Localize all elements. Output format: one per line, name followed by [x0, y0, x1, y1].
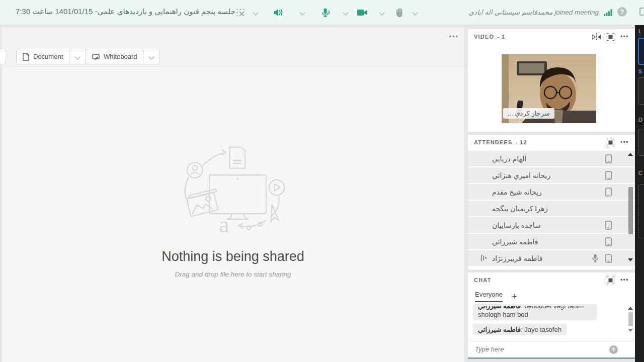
- nothing-shared-title: Nothing is being shared: [2, 249, 464, 264]
- layout-label-collaboration: C: [638, 170, 642, 176]
- chat-message-input[interactable]: [475, 343, 606, 354]
- video-panel-title: VIDEO: [474, 34, 494, 40]
- chat-panel: CHAT ••• Everyone + فاطمه شیرزائي: behbu…: [468, 273, 635, 357]
- whiteboard-button-group: Whiteboard: [86, 49, 160, 64]
- attendees-panel: ATTENDEES - 12 ••• الهام دریاییریحانه ام…: [468, 135, 635, 269]
- attendee-name: فاطمه فریبرزنژاد: [492, 254, 542, 262]
- add-chat-tab-button[interactable]: +: [512, 293, 517, 300]
- attendee-row[interactable]: فاطمه فریبرزنژاد: [468, 250, 635, 266]
- raise-hand-icon[interactable]: [393, 7, 406, 19]
- hand-chevron-icon[interactable]: [409, 7, 421, 19]
- join-notification: محمدقاسم سيستاني اله ابادي joined meetin…: [469, 8, 599, 16]
- attendee-row[interactable]: ریحانه شیخ مقدم: [468, 184, 635, 200]
- attendee-row[interactable]: فاطمه شیرزائي: [468, 234, 635, 249]
- chat-panel-bottom-accent: [468, 357, 635, 359]
- speaking-audio-icon: [479, 254, 487, 261]
- mobile-phone-icon: [605, 237, 612, 246]
- camera-icon[interactable]: [356, 7, 368, 19]
- cutoff-edge-icon[interactable]: [639, 8, 644, 16]
- camera-chevron-icon[interactable]: [376, 7, 388, 19]
- chat-panel-header: CHAT •••: [468, 273, 635, 288]
- send-message-icon[interactable]: [609, 345, 618, 356]
- attendee-row[interactable]: زهرا کریمیان ینگجه: [468, 201, 635, 216]
- chat-scroll-down-icon[interactable]: [628, 329, 633, 332]
- document-button-group: Document: [16, 49, 86, 64]
- svg-text:a: a: [219, 212, 229, 237]
- drag-drop-hint: Drag and drop file here to start sharing: [2, 270, 464, 278]
- attendee-mic-icon: [592, 254, 598, 262]
- video-panel-header: VIDEO - 1 •••: [468, 29, 635, 44]
- document-button[interactable]: Document: [16, 49, 69, 64]
- layout-tile-collaboration[interactable]: [638, 129, 644, 156]
- share-pod-header: ••• Document Whiteboard: [2, 28, 464, 67]
- mobile-phone-icon: [605, 221, 612, 230]
- cutoff-share-button[interactable]: [0, 49, 6, 64]
- whiteboard-button[interactable]: Whiteboard: [86, 49, 143, 64]
- attendee-row[interactable]: الهام دریایی: [468, 151, 635, 166]
- share-empty-state: a Nothing is being shared Drag and drop …: [2, 142, 464, 278]
- video-panel: VIDEO - 1 •••: [468, 29, 635, 132]
- meeting-top-bar: جلسه پنجم فنون راهنمایی و بازدیدهای علمی…: [0, 0, 644, 25]
- chat-message-text: shologh ham bod: [478, 311, 592, 318]
- video-fullscreen-icon[interactable]: [607, 33, 614, 41]
- mobile-phone-icon: [605, 171, 612, 180]
- attendee-row[interactable]: ساجده پارساییان: [468, 217, 635, 233]
- mobile-phone-icon: [605, 154, 612, 163]
- attendees-scroll-thumb[interactable]: [628, 187, 633, 234]
- attendees-scroll-down-icon[interactable]: [628, 258, 633, 261]
- attendee-name: ریحانه امیري هنزائي: [492, 171, 550, 179]
- document-dropdown-chevron[interactable]: [69, 49, 86, 64]
- speaker-icon[interactable]: [272, 7, 284, 19]
- pods-chevron-icon[interactable]: [250, 7, 262, 19]
- video-count: - 1: [497, 34, 505, 40]
- chat-message-list: فاطمه شیرزائي: behbudet vagt fahimsholog…: [473, 304, 624, 339]
- attendees-scroll-up-icon[interactable]: [628, 153, 633, 156]
- attendee-name: ریحانه شیخ مقدم: [492, 188, 542, 196]
- help-icon[interactable]: ?: [617, 7, 627, 17]
- chat-tabs: Everyone +: [475, 291, 517, 302]
- whiteboard-dropdown-chevron[interactable]: [143, 49, 160, 64]
- chat-scroll-thumb[interactable]: [628, 312, 633, 326]
- attendees-list: الهام دریاییریحانه امیري هنزائيریحانه شی…: [468, 151, 635, 267]
- create-layout-tile[interactable]: [638, 184, 644, 238]
- layout-label-discussion: D: [638, 117, 642, 123]
- attendee-name: ساجده پارساییان: [492, 221, 541, 229]
- chat-fullscreen-icon[interactable]: [607, 277, 614, 284]
- mobile-phone-icon: [605, 254, 612, 263]
- layout-tile-sharing[interactable]: [638, 38, 644, 65]
- chat-message-bubble: فاطمه شیرزائي: Jaye tasofeh: [473, 324, 567, 335]
- mirror-video-icon[interactable]: [592, 33, 601, 41]
- mobile-phone-icon: [605, 188, 612, 197]
- attendees-menu-icon[interactable]: •••: [620, 139, 629, 146]
- attendees-panel-title: ATTENDEES: [474, 139, 513, 145]
- layouts-strip: L S D C: [635, 25, 644, 362]
- chat-input-divider: [468, 341, 635, 341]
- share-pod-menu-icon[interactable]: •••: [449, 33, 459, 40]
- microphone-chevron-icon[interactable]: [340, 7, 352, 19]
- layout-label-sharing: S: [638, 68, 642, 74]
- attendee-name: فاطمه شیرزائي: [492, 238, 538, 246]
- chat-menu-icon[interactable]: •••: [620, 277, 629, 284]
- nothing-shared-illustration: a: [178, 142, 288, 243]
- attendees-count: - 12: [516, 139, 527, 145]
- microphone-icon[interactable]: [320, 7, 332, 19]
- document-icon: [23, 53, 29, 61]
- speaker-chevron-icon[interactable]: [296, 7, 308, 19]
- video-menu-icon[interactable]: •••: [620, 33, 629, 40]
- chat-message-clipped-line: فاطمه شیرزائي: behbudet vagt fahim: [478, 306, 592, 311]
- attendees-panel-header: ATTENDEES - 12 •••: [468, 135, 635, 150]
- connection-signal-icon[interactable]: [602, 7, 614, 19]
- attendees-fullscreen-icon[interactable]: [607, 139, 614, 146]
- attendee-name: زهرا کریمیان ینگجه: [492, 205, 548, 213]
- attendee-name: الهام دریایی: [492, 155, 526, 163]
- attendees-scrollbar[interactable]: [627, 153, 634, 266]
- tab-everyone[interactable]: Everyone: [475, 291, 503, 302]
- chat-scroll-up-icon[interactable]: [628, 307, 633, 310]
- chat-scrollbar[interactable]: [627, 307, 634, 339]
- pods-grid-icon[interactable]: [234, 7, 247, 19]
- layout-tile-discussion[interactable]: [638, 77, 644, 105]
- video-name-tag: سرجاز کردي ...: [503, 108, 554, 119]
- document-button-label: Document: [33, 53, 63, 60]
- attendee-row[interactable]: ریحانه امیري هنزائي: [468, 167, 635, 183]
- webcam-video-tile[interactable]: سرجاز کردي ...: [502, 54, 596, 123]
